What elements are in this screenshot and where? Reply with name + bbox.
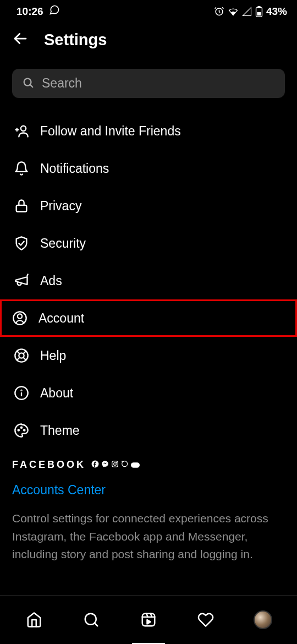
facebook-icon [91, 460, 99, 470]
megaphone-icon [14, 273, 29, 288]
battery-percent: 43% [266, 6, 287, 18]
shield-icon [14, 236, 29, 251]
menu-label: Security [40, 236, 86, 251]
svg-point-14 [18, 314, 22, 318]
search-input[interactable] [42, 76, 275, 91]
svg-rect-34 [142, 614, 155, 626]
facebook-family-icons [91, 460, 140, 470]
menu-label: Theme [40, 423, 80, 438]
svg-line-17 [17, 351, 20, 354]
menu-label: Notifications [40, 161, 109, 176]
palette-icon [14, 423, 29, 438]
svg-rect-3 [257, 12, 261, 15]
svg-rect-10 [16, 205, 27, 212]
menu-item-security[interactable]: Security [0, 225, 297, 262]
svg-point-26 [24, 429, 25, 430]
svg-marker-38 [147, 620, 151, 624]
settings-menu: Follow and Invite Friends Notifications … [0, 112, 297, 449]
menu-label: Account [38, 311, 84, 326]
instagram-icon [111, 460, 119, 470]
menu-item-ads[interactable]: Ads [0, 262, 297, 299]
nav-search[interactable] [78, 606, 105, 634]
alarm-icon [214, 6, 224, 17]
menu-label: Help [40, 348, 66, 363]
menu-item-account[interactable]: Account [0, 299, 297, 337]
facebook-header: FACEBOOK [12, 459, 285, 471]
account-icon [12, 310, 28, 326]
oculus-icon [131, 460, 140, 470]
whatsapp-icon [49, 4, 60, 18]
svg-point-29 [114, 462, 117, 465]
svg-point-30 [117, 462, 117, 462]
nav-home[interactable] [20, 606, 48, 634]
svg-line-33 [95, 623, 97, 626]
lifebuoy-icon [14, 348, 29, 363]
menu-label: Privacy [40, 199, 81, 214]
search-bar[interactable] [12, 69, 285, 98]
battery-icon [255, 6, 263, 17]
facebook-brand: FACEBOOK [12, 459, 86, 471]
svg-point-25 [21, 427, 22, 428]
svg-line-11 [28, 274, 28, 275]
menu-label: Follow and Invite Friends [40, 124, 181, 139]
wifi-icon [228, 6, 239, 17]
menu-item-about[interactable]: About [0, 374, 297, 412]
lock-icon [14, 198, 29, 214]
svg-point-24 [18, 429, 19, 430]
menu-label: Ads [40, 274, 62, 288]
menu-item-notifications[interactable]: Notifications [0, 150, 297, 187]
svg-line-19 [23, 351, 26, 354]
menu-item-help[interactable]: Help [0, 337, 297, 374]
bell-icon [14, 161, 29, 176]
menu-label: About [40, 386, 73, 401]
status-left: 10:26 [16, 4, 60, 18]
menu-item-follow-invite[interactable]: Follow and Invite Friends [0, 112, 297, 150]
nav-profile[interactable] [249, 606, 277, 634]
bottom-nav [0, 595, 297, 644]
info-icon [14, 385, 29, 401]
svg-line-18 [23, 357, 26, 360]
facebook-section: FACEBOOK Accounts Center Control setting… [0, 449, 297, 564]
accounts-center-description: Control settings for connected experienc… [12, 510, 285, 564]
signal-icon [242, 7, 252, 17]
page-title: Settings [44, 31, 107, 49]
menu-item-privacy[interactable]: Privacy [0, 187, 297, 225]
nav-reels[interactable] [135, 606, 162, 634]
messenger-icon [101, 460, 109, 470]
nav-activity[interactable] [192, 606, 219, 634]
svg-rect-31 [131, 462, 140, 468]
header: Settings [0, 23, 297, 59]
svg-point-23 [21, 390, 21, 391]
whatsapp-small-icon [121, 460, 129, 470]
menu-item-theme[interactable]: Theme [0, 412, 297, 449]
status-bar: 10:26 43% [0, 0, 297, 23]
avatar [254, 610, 272, 629]
svg-rect-2 [257, 6, 260, 8]
status-right: 43% [214, 6, 287, 18]
search-icon [22, 77, 34, 91]
accounts-center-link[interactable]: Accounts Center [12, 483, 285, 498]
svg-point-7 [21, 126, 26, 131]
svg-line-20 [17, 357, 20, 360]
add-user-icon [14, 123, 29, 139]
svg-line-6 [30, 84, 33, 87]
status-time: 10:26 [16, 6, 43, 18]
back-icon[interactable] [12, 30, 29, 49]
